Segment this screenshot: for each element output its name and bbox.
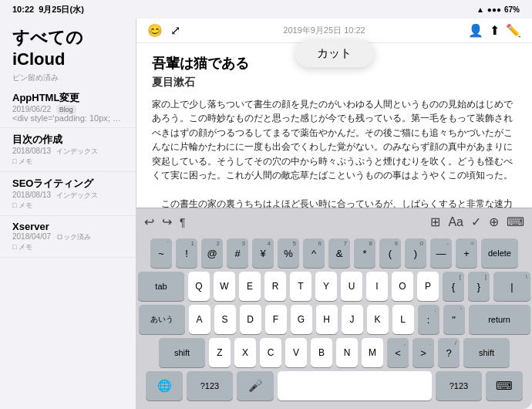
- grid-icon[interactable]: ⊞: [430, 215, 440, 229]
- signal-icon: ●●●: [487, 5, 501, 14]
- kb-row-1: ` ~ 1! 2@ 3# 4¥ 5% 6^ 7& 8* 9( 0) -— =+ …: [138, 238, 530, 268]
- shift-right-key[interactable]: shift: [463, 338, 510, 367]
- sidebar-item-seo-sub: □ メモ: [12, 201, 123, 211]
- key-o[interactable]: O: [392, 272, 413, 301]
- key-g[interactable]: G: [291, 305, 312, 334]
- shift-left-key[interactable]: shift: [159, 338, 205, 367]
- key-2[interactable]: 2@: [201, 238, 223, 268]
- key-w[interactable]: W: [214, 272, 235, 301]
- note-body[interactable]: 吾輩は猫である 夏目漱石 家の上で少し落ちついて書生の顔を見たのがいわゆる人間と…: [136, 43, 532, 208]
- key-lbracket[interactable]: [{: [443, 272, 464, 301]
- sidebar-item-toc[interactable]: 目次の作成 2018/08/13 インデックス □ メモ: [0, 128, 136, 172]
- key-i[interactable]: I: [366, 272, 388, 301]
- mic-key[interactable]: 🎤: [237, 371, 274, 401]
- cut-popup[interactable]: カット: [295, 40, 373, 67]
- key-e[interactable]: E: [239, 272, 261, 301]
- upload-icon[interactable]: ⬆: [490, 23, 500, 38]
- key-quote[interactable]: '": [443, 305, 465, 334]
- key-semicolon[interactable]: ;:: [418, 305, 439, 334]
- key-v[interactable]: V: [285, 338, 307, 367]
- key-1[interactable]: 1!: [176, 238, 197, 268]
- key-s[interactable]: S: [214, 305, 236, 334]
- sidebar-header: すべてのiCloud: [0, 19, 136, 73]
- key-7[interactable]: 7&: [328, 238, 350, 268]
- redo-button[interactable]: ↪: [162, 215, 172, 229]
- key-4[interactable]: 4¥: [252, 238, 274, 268]
- key-n[interactable]: N: [336, 338, 358, 367]
- keyboard-dismiss-key[interactable]: ⌨: [486, 371, 523, 401]
- sidebar: すべてのiCloud ピン留め済み AppHTML変更 2019/06/22 B…: [0, 19, 136, 409]
- key-slash[interactable]: /?: [438, 338, 460, 367]
- key-9[interactable]: 9(: [379, 238, 401, 268]
- key-r[interactable]: R: [264, 272, 286, 301]
- key-0[interactable]: 0): [405, 238, 426, 268]
- sidebar-item-toc-meta: 2018/08/13 インデックス: [12, 147, 123, 157]
- check-icon[interactable]: ✓: [471, 215, 481, 229]
- key-c[interactable]: C: [260, 338, 281, 367]
- key-5[interactable]: 5%: [278, 238, 299, 268]
- key-6[interactable]: 6^: [303, 238, 325, 268]
- key-a[interactable]: A: [189, 305, 210, 334]
- key-u[interactable]: U: [341, 272, 362, 301]
- status-right: ▲ ●●● 67%: [476, 5, 520, 14]
- key-b[interactable]: B: [311, 338, 332, 367]
- cut-popup-label: カット: [317, 46, 352, 59]
- sidebar-item-seo-meta: 2018/08/13 インデックス: [12, 191, 123, 201]
- sidebar-item-toc-title: 目次の作成: [12, 133, 123, 147]
- edit-icon[interactable]: ✏️: [506, 23, 521, 38]
- key-l[interactable]: L: [392, 305, 414, 334]
- key-backslash[interactable]: \|: [493, 272, 530, 301]
- undo-button[interactable]: ↩: [144, 215, 154, 229]
- emoji-icon[interactable]: 😊: [147, 23, 163, 38]
- sidebar-pin-label: ピン留め済み: [0, 73, 136, 83]
- format-button[interactable]: ¶: [180, 216, 186, 228]
- sidebar-item-seo[interactable]: SEOライティング 2018/08/13 インデックス □ メモ: [0, 172, 136, 216]
- key-j[interactable]: J: [342, 305, 363, 334]
- globe-key[interactable]: 🌐: [146, 371, 183, 401]
- key-x[interactable]: X: [234, 338, 256, 367]
- key-comma[interactable]: ,<: [387, 338, 409, 367]
- key-z[interactable]: Z: [209, 338, 231, 367]
- sidebar-item-xserver-type: ロック済み: [56, 233, 91, 241]
- key-f[interactable]: F: [265, 305, 287, 334]
- sidebar-item-apphtml[interactable]: AppHTML変更 2019/06/22 Blog <div style='pa…: [0, 86, 136, 128]
- key-rbracket[interactable]: ]}: [468, 272, 490, 301]
- date: 9月25日(水): [39, 4, 84, 15]
- sidebar-item-xserver-date: 2018/04/07: [12, 232, 51, 241]
- key-d[interactable]: D: [240, 305, 261, 334]
- sidebar-item-apphtml-date: 2019/06/22: [12, 105, 51, 113]
- keyboard-toolbar: ↩ ↪ ¶ ⊞ Aa ✓ ⊕ ⌨: [136, 208, 532, 235]
- key-y[interactable]: Y: [315, 272, 337, 301]
- key-3[interactable]: 3#: [227, 238, 248, 268]
- delete-key[interactable]: delete: [481, 238, 518, 268]
- num-key-right[interactable]: ?123: [436, 371, 482, 401]
- num-key-left[interactable]: ?123: [187, 371, 233, 401]
- key-m[interactable]: M: [362, 338, 383, 367]
- kb-row-5: 🌐 ?123 🎤 ?123 ⌨: [138, 371, 530, 401]
- font-size-icon[interactable]: Aa: [448, 215, 463, 229]
- key-tilde[interactable]: ` ~: [150, 238, 172, 268]
- main-content: カット 😊 ⤢ 2019年9月25日 10:22 👤 ⬆ ✏️ 吾輩は猫である …: [136, 19, 532, 409]
- note-text: 家の上で少し落ちついて書生の顔を見たのがいわゆる人間というものの見始めはじめであ…: [152, 97, 517, 208]
- add-icon[interactable]: ⊕: [489, 215, 499, 229]
- return-key[interactable]: return: [469, 305, 530, 334]
- tab-key[interactable]: tab: [138, 272, 184, 301]
- key-k[interactable]: K: [367, 305, 389, 334]
- key-q[interactable]: Q: [188, 272, 210, 301]
- key-t[interactable]: T: [290, 272, 311, 301]
- sidebar-item-xserver[interactable]: Xserver 2018/04/07 ロック済み □ メモ: [0, 216, 136, 258]
- key-h[interactable]: H: [316, 305, 338, 334]
- key-equals[interactable]: =+: [456, 238, 477, 268]
- key-8[interactable]: 8*: [354, 238, 375, 268]
- key-p[interactable]: P: [417, 272, 439, 301]
- sidebar-title: すべてのiCloud: [12, 26, 123, 69]
- keyboard-hide-icon[interactable]: ⌨: [507, 215, 524, 229]
- key-period[interactable]: .>: [412, 338, 434, 367]
- image-icon[interactable]: ⤢: [170, 23, 180, 38]
- kana-key[interactable]: あいう: [139, 305, 185, 334]
- key-minus[interactable]: -—: [430, 238, 452, 268]
- note-header-left: 😊 ⤢: [147, 23, 180, 38]
- share-icon[interactable]: 👤: [468, 23, 483, 38]
- sidebar-item-xserver-sub: □ メモ: [12, 242, 123, 252]
- space-key[interactable]: [278, 371, 432, 401]
